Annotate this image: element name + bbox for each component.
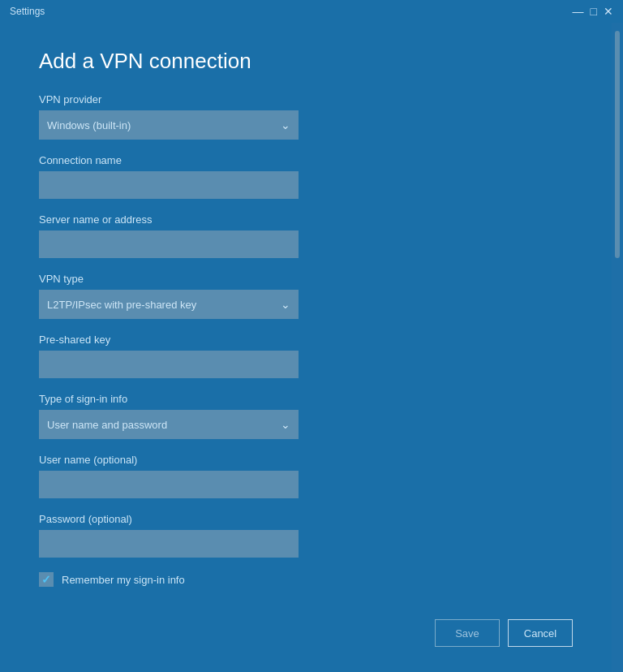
vpn-type-label: VPN type: [39, 273, 573, 285]
pre-shared-key-group: Pre-shared key: [39, 334, 573, 378]
checkmark-icon: ✓: [41, 573, 51, 586]
server-name-label: Server name or address: [39, 213, 573, 226]
sign-in-type-group: Type of sign-in info User name and passw…: [39, 393, 573, 439]
vpn-provider-label: VPN provider: [39, 93, 573, 106]
username-group: User name (optional): [39, 454, 573, 498]
scrollbar-track: [612, 23, 623, 672]
sign-in-type-value: User name and password: [47, 419, 167, 431]
vpn-type-select[interactable]: L2TP/IPsec with pre-shared key ⌄: [39, 290, 299, 319]
server-name-group: Server name or address: [39, 213, 573, 258]
password-group: Password (optional): [39, 513, 573, 558]
password-input[interactable]: [39, 530, 299, 558]
buttons-row: Save Cancel: [39, 611, 573, 647]
content-area: Add a VPN connection VPN provider Window…: [0, 23, 612, 672]
maximize-button[interactable]: □: [591, 5, 597, 18]
close-button[interactable]: ✕: [604, 5, 613, 18]
vpn-provider-value: Windows (built-in): [47, 119, 131, 131]
sign-in-type-select[interactable]: User name and password ⌄: [39, 410, 299, 439]
vpn-type-value: L2TP/IPsec with pre-shared key: [47, 299, 196, 311]
page-title: Add a VPN connection: [39, 49, 573, 74]
vpn-provider-select[interactable]: Windows (built-in) ⌄: [39, 110, 299, 140]
remember-label: Remember my sign-in info: [62, 574, 185, 586]
connection-name-label: Connection name: [39, 154, 573, 166]
sign-in-type-label: Type of sign-in info: [39, 393, 573, 405]
pre-shared-key-input[interactable]: [39, 351, 299, 378]
password-label: Password (optional): [39, 513, 573, 525]
username-label: User name (optional): [39, 454, 573, 466]
minimize-button[interactable]: —: [573, 5, 584, 18]
server-name-input[interactable]: [39, 230, 299, 258]
chevron-down-icon: ⌄: [281, 298, 290, 311]
connection-name-input[interactable]: [39, 171, 299, 199]
vpn-provider-group: VPN provider Windows (built-in) ⌄: [39, 93, 573, 140]
chevron-down-icon: ⌄: [281, 118, 290, 131]
window-controls: — □ ✕: [573, 5, 613, 18]
remember-row: ✓ Remember my sign-in info: [39, 572, 573, 587]
connection-name-group: Connection name: [39, 154, 573, 199]
username-input[interactable]: [39, 471, 299, 498]
vpn-type-group: VPN type L2TP/IPsec with pre-shared key …: [39, 273, 573, 319]
top-bar: Settings — □ ✕: [0, 0, 623, 23]
cancel-button[interactable]: Cancel: [508, 619, 573, 647]
window-title: Settings: [10, 6, 45, 17]
main-container: Add a VPN connection VPN provider Window…: [0, 23, 623, 672]
pre-shared-key-label: Pre-shared key: [39, 334, 573, 346]
scrollbar-thumb[interactable]: [615, 31, 620, 258]
chevron-down-icon: ⌄: [281, 418, 290, 431]
remember-checkbox[interactable]: ✓: [39, 572, 54, 587]
save-button[interactable]: Save: [435, 619, 500, 647]
